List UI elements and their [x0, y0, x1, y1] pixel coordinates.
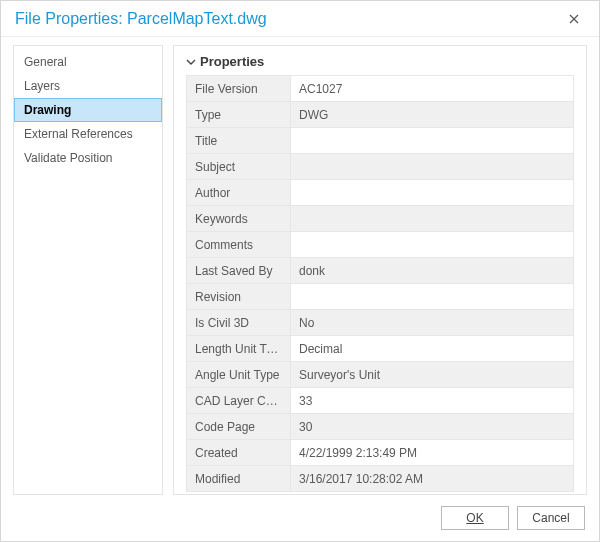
property-value[interactable] [291, 232, 574, 258]
sidebar-item-validate-position[interactable]: Validate Position [14, 146, 162, 170]
sidebar-item-label: General [24, 55, 67, 69]
sidebar-item-label: Layers [24, 79, 60, 93]
property-value[interactable]: DWG [291, 102, 574, 128]
property-row: Keywords [187, 206, 574, 232]
property-row: Revision [187, 284, 574, 310]
property-row: Title [187, 128, 574, 154]
property-key: Keywords [187, 206, 291, 232]
property-row: Subject [187, 154, 574, 180]
titlebar: File Properties: ParcelMapText.dwg [1, 1, 599, 37]
ok-button[interactable]: OK [441, 506, 509, 530]
property-row: Angle Unit TypeSurveyor's Unit [187, 362, 574, 388]
chevron-down-icon [186, 57, 196, 67]
property-value[interactable]: donk [291, 258, 574, 284]
property-value[interactable] [291, 206, 574, 232]
property-row: Created4/22/1999 2:13:49 PM [187, 440, 574, 466]
property-key: Length Unit Type [187, 336, 291, 362]
property-row: CAD Layer Count33 [187, 388, 574, 414]
sidebar-item-drawing[interactable]: Drawing [14, 98, 162, 122]
property-value[interactable]: 3/16/2017 10:28:02 AM [291, 466, 574, 492]
property-key: Angle Unit Type [187, 362, 291, 388]
section-title: Properties [200, 54, 264, 69]
property-key: File Version [187, 76, 291, 102]
sidebar-item-label: External References [24, 127, 133, 141]
property-row: TypeDWG [187, 102, 574, 128]
property-key: Code Page [187, 414, 291, 440]
property-key: CAD Layer Count [187, 388, 291, 414]
property-row: Modified3/16/2017 10:28:02 AM [187, 466, 574, 492]
property-value[interactable]: Surveyor's Unit [291, 362, 574, 388]
property-value[interactable] [291, 128, 574, 154]
cancel-label: Cancel [532, 511, 569, 525]
property-row: Author [187, 180, 574, 206]
main-panel: Properties File VersionAC1027TypeDWGTitl… [173, 45, 587, 495]
cancel-button[interactable]: Cancel [517, 506, 585, 530]
ok-label: OK [466, 511, 483, 525]
dialog-content: General Layers Drawing External Referenc… [1, 37, 599, 495]
section-header[interactable]: Properties [186, 54, 574, 69]
sidebar-item-external-references[interactable]: External References [14, 122, 162, 146]
property-key: Last Saved By [187, 258, 291, 284]
property-row: Length Unit TypeDecimal [187, 336, 574, 362]
dialog-title: File Properties: ParcelMapText.dwg [15, 10, 561, 28]
property-key: Is Civil 3D [187, 310, 291, 336]
property-row: Code Page30 [187, 414, 574, 440]
property-value[interactable]: AC1027 [291, 76, 574, 102]
property-value[interactable]: 33 [291, 388, 574, 414]
dialog-footer: OK Cancel [1, 495, 599, 541]
property-key: Created [187, 440, 291, 466]
property-row: Is Civil 3DNo [187, 310, 574, 336]
property-key: Comments [187, 232, 291, 258]
close-button[interactable] [561, 6, 587, 32]
property-value[interactable]: 30 [291, 414, 574, 440]
property-row: File VersionAC1027 [187, 76, 574, 102]
property-key: Title [187, 128, 291, 154]
property-key: Type [187, 102, 291, 128]
properties-table: File VersionAC1027TypeDWGTitleSubjectAut… [186, 75, 574, 492]
sidebar: General Layers Drawing External Referenc… [13, 45, 163, 495]
property-value[interactable] [291, 284, 574, 310]
file-properties-dialog: File Properties: ParcelMapText.dwg Gener… [0, 0, 600, 542]
property-value[interactable]: No [291, 310, 574, 336]
sidebar-item-general[interactable]: General [14, 50, 162, 74]
sidebar-item-layers[interactable]: Layers [14, 74, 162, 98]
property-row: Comments [187, 232, 574, 258]
close-icon [569, 11, 579, 27]
property-key: Modified [187, 466, 291, 492]
property-value[interactable] [291, 180, 574, 206]
property-row: Last Saved Bydonk [187, 258, 574, 284]
property-key: Subject [187, 154, 291, 180]
property-value[interactable] [291, 154, 574, 180]
property-value[interactable]: 4/22/1999 2:13:49 PM [291, 440, 574, 466]
sidebar-item-label: Drawing [24, 103, 71, 117]
property-value[interactable]: Decimal [291, 336, 574, 362]
property-key: Revision [187, 284, 291, 310]
property-key: Author [187, 180, 291, 206]
sidebar-item-label: Validate Position [24, 151, 113, 165]
